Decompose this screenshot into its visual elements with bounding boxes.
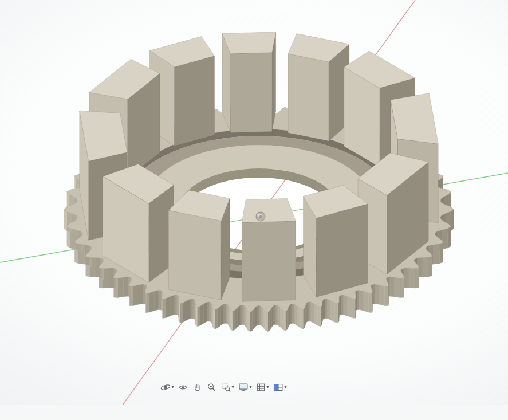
- grid-icon: [256, 382, 266, 392]
- viewports-dropdown-caret-icon[interactable]: ▾: [285, 385, 287, 390]
- viewport-stage: ▾ ▾: [0, 0, 508, 420]
- zoom-magnifier-icon: [206, 382, 216, 392]
- origin-marker[interactable]: [256, 212, 265, 221]
- navigation-toolbar: ▾ ▾: [159, 380, 288, 394]
- display-settings-button[interactable]: ▾: [237, 380, 253, 394]
- pan-hand-icon: [192, 382, 202, 392]
- model-clutch-basket-gear[interactable]: [64, 32, 454, 332]
- orbit-icon: [160, 382, 171, 392]
- display-settings-monitor-icon: [238, 382, 249, 392]
- bottom-panel-strip: [0, 405, 508, 420]
- viewports-icon: [273, 382, 284, 392]
- grid-settings-dropdown-caret-icon[interactable]: ▾: [267, 385, 269, 390]
- zoom-button[interactable]: [205, 380, 218, 394]
- display-settings-dropdown-caret-icon[interactable]: ▾: [249, 385, 251, 390]
- viewport-canvas[interactable]: [0, 0, 508, 420]
- window-zoom-dropdown-caret-icon[interactable]: ▾: [231, 385, 234, 390]
- clutch-finger[interactable]: [304, 185, 368, 297]
- orbit-button[interactable]: ▾: [159, 380, 175, 394]
- orbit-dropdown-caret-icon[interactable]: ▾: [171, 385, 174, 390]
- pan-button[interactable]: [191, 380, 203, 394]
- clutch-finger[interactable]: [222, 32, 276, 133]
- clutch-finger[interactable]: [168, 190, 230, 300]
- clutch-finger[interactable]: [242, 198, 296, 301]
- viewports-button[interactable]: ▾: [272, 380, 288, 394]
- window-zoom-icon: [220, 382, 231, 392]
- window-zoom-button[interactable]: ▾: [219, 380, 235, 394]
- look-at-button[interactable]: [176, 380, 189, 394]
- grid-settings-button[interactable]: ▾: [255, 380, 270, 394]
- look-at-icon: [178, 382, 188, 392]
- clutch-finger[interactable]: [288, 34, 349, 141]
